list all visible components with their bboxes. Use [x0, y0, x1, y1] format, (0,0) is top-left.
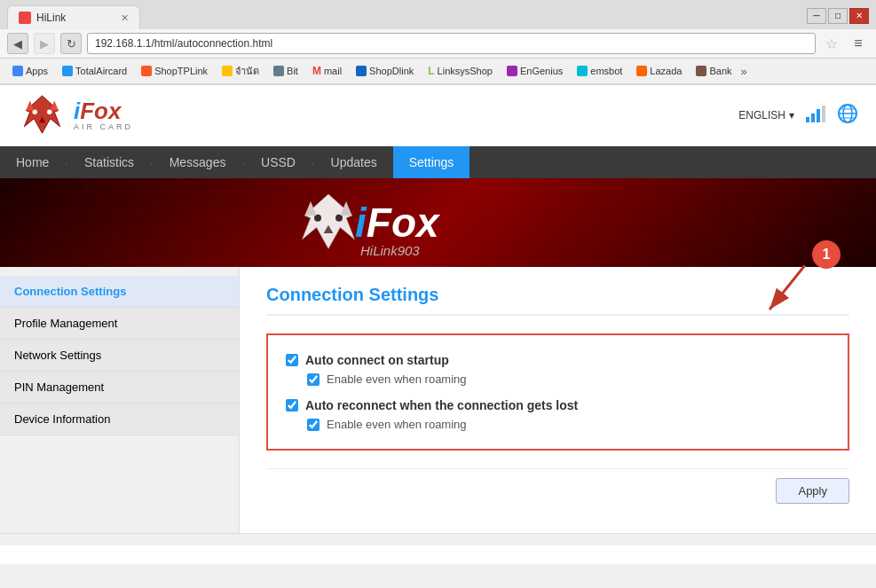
sidebar-item-network-settings[interactable]: Network Settings	[0, 340, 239, 372]
signal-icon	[805, 105, 826, 127]
auto-connect-roaming-label[interactable]: Enable even when roaming	[307, 372, 830, 386]
bookmark-apps[interactable]: Apps	[7, 64, 53, 78]
bit-icon	[273, 66, 284, 76]
engenius-icon	[507, 66, 517, 76]
sidebar-item-connection-settings[interactable]: Connection Settings	[0, 276, 239, 308]
nav-settings[interactable]: Settings	[393, 146, 470, 178]
auto-connect-label[interactable]: Auto connect on startup	[286, 353, 830, 367]
bookmark-bank[interactable]: Bank	[691, 64, 737, 78]
url-text: 192.168.1.1/html/autoconnection.html	[95, 37, 272, 50]
totalaircard-icon	[62, 66, 73, 76]
bookmark-engenius-label: EnGenius	[520, 66, 563, 76]
banner: iFox HiLink903	[0, 178, 876, 267]
banner-fox-svg	[293, 187, 364, 258]
auto-reconnect-checkbox[interactable]	[286, 399, 298, 412]
auto-connect-setting: Auto connect on startup Enable even when…	[286, 353, 830, 386]
bookmark-totalaircard-label: TotalAircard	[75, 66, 127, 76]
svg-rect-9	[822, 106, 825, 122]
close-button[interactable]: ✕	[849, 8, 869, 24]
apps-icon	[12, 66, 23, 76]
bookmark-apps-label: Apps	[26, 66, 48, 76]
bookmark-linksys[interactable]: L LinksysShop	[422, 63, 498, 79]
sidebar: Connection Settings Profile Management N…	[0, 267, 240, 533]
logo-fox: Fox	[80, 98, 121, 124]
bookmark-shopdlink-label: ShopDlink	[369, 66, 414, 76]
language-dropdown-icon: ▾	[789, 109, 794, 122]
mail-icon: M	[312, 65, 321, 77]
back-button[interactable]: ◀	[7, 33, 28, 54]
banner-logo-i: i	[355, 200, 367, 246]
svg-marker-0	[24, 96, 59, 133]
nav-home[interactable]: Home	[0, 146, 65, 178]
sidebar-item-device-information[interactable]: Device Information	[0, 404, 239, 435]
bookmark-shopdlink[interactable]: ShopDlink	[351, 64, 419, 78]
bookmark-shoptp-label: ShopTPLink	[154, 66, 208, 76]
bank-icon	[696, 66, 706, 76]
browser-tab[interactable]: HiLink ✕	[7, 5, 140, 29]
lazada-icon	[636, 66, 647, 76]
reload-button[interactable]: ↻	[60, 33, 82, 54]
minimize-button[interactable]: ─	[807, 8, 826, 24]
bookmark-totalaircard[interactable]: TotalAircard	[57, 64, 132, 78]
content-area: Connection Settings 1	[240, 267, 876, 533]
nav-updates[interactable]: Updates	[315, 146, 393, 178]
svg-rect-6	[806, 117, 809, 122]
tab-close-button[interactable]: ✕	[121, 12, 129, 24]
header-right: ENGLISH ▾	[738, 103, 858, 129]
bookmarks-more-button[interactable]: »	[741, 65, 747, 78]
shoptp-icon	[141, 66, 152, 76]
page-wrapper: iFox AIR CARD ENGLISH ▾	[0, 85, 876, 564]
maximize-button[interactable]: □	[828, 8, 848, 24]
folder-icon	[222, 66, 233, 76]
banner-logo-fox: Fox	[367, 200, 439, 246]
site-header: iFox AIR CARD ENGLISH ▾	[0, 85, 876, 146]
globe-icon	[837, 103, 858, 129]
bookmark-bank-label: Bank	[709, 66, 731, 76]
svg-marker-15	[303, 194, 355, 248]
url-input[interactable]: 192.168.1.1/html/autoconnection.html	[87, 33, 816, 54]
bookmark-lazada[interactable]: Lazada	[631, 64, 687, 78]
auto-connect-checkbox[interactable]	[286, 354, 298, 366]
nav-statistics[interactable]: Statistics	[68, 146, 150, 178]
auto-reconnect-roaming-checkbox[interactable]	[307, 419, 320, 431]
bookmark-star-icon[interactable]: ☆	[821, 33, 842, 54]
window-controls: ─ □ ✕	[807, 8, 869, 27]
nav-messages[interactable]: Messages	[154, 146, 242, 178]
bookmark-engenius[interactable]: EnGenius	[501, 64, 568, 78]
bookmark-bit-label: Bit	[287, 66, 298, 76]
bookmark-mail[interactable]: M mail	[307, 63, 347, 79]
bookmark-folder-label: จำนัด	[235, 63, 259, 79]
auto-connect-roaming-checkbox[interactable]	[307, 373, 320, 386]
bottom-scrollbar[interactable]	[0, 533, 876, 545]
bookmark-emsbot[interactable]: emsbot	[572, 64, 627, 78]
main-content: Connection Settings Profile Management N…	[0, 267, 876, 533]
bookmark-folder[interactable]: จำนัด	[217, 61, 264, 81]
bookmark-linksys-label: LinksysShop	[438, 66, 493, 76]
bookmark-bit[interactable]: Bit	[268, 64, 304, 78]
chrome-menu-icon[interactable]: ≡	[848, 33, 869, 54]
nav-ussd[interactable]: USSD	[245, 146, 312, 178]
tab-title: HiLink	[36, 12, 66, 24]
language-selector[interactable]: ENGLISH ▾	[738, 109, 794, 122]
nav-bar: Home · Statistics · Messages · USSD · Up…	[0, 146, 876, 178]
bookmark-shoptp[interactable]: ShopTPLink	[136, 64, 213, 78]
logo-aircard: AIR CARD	[74, 122, 133, 131]
tab-favicon	[19, 12, 31, 24]
apply-row: Apply	[266, 468, 849, 504]
address-bar: ◀ ▶ ↻ 192.168.1.1/html/autoconnection.ht…	[0, 29, 876, 59]
apply-button[interactable]: Apply	[776, 478, 849, 504]
auto-reconnect-roaming-label[interactable]: Enable even when roaming	[307, 418, 830, 431]
sidebar-item-profile-management[interactable]: Profile Management	[0, 308, 239, 340]
logo-text: iFox AIR CARD	[74, 99, 133, 131]
logo-area: iFox AIR CARD	[18, 94, 133, 137]
auto-reconnect-label[interactable]: Auto reconnect when the connection gets …	[286, 398, 830, 412]
svg-rect-8	[817, 109, 820, 122]
forward-button[interactable]: ▶	[34, 33, 55, 54]
linksys-icon: L	[428, 65, 434, 77]
shopdlink-icon	[356, 66, 367, 76]
bookmark-lazada-label: Lazada	[650, 66, 682, 76]
emsbot-icon	[577, 66, 588, 76]
bookmark-mail-label: mail	[324, 66, 342, 76]
svg-rect-7	[811, 114, 815, 122]
sidebar-item-pin-management[interactable]: PIN Management	[0, 372, 239, 404]
